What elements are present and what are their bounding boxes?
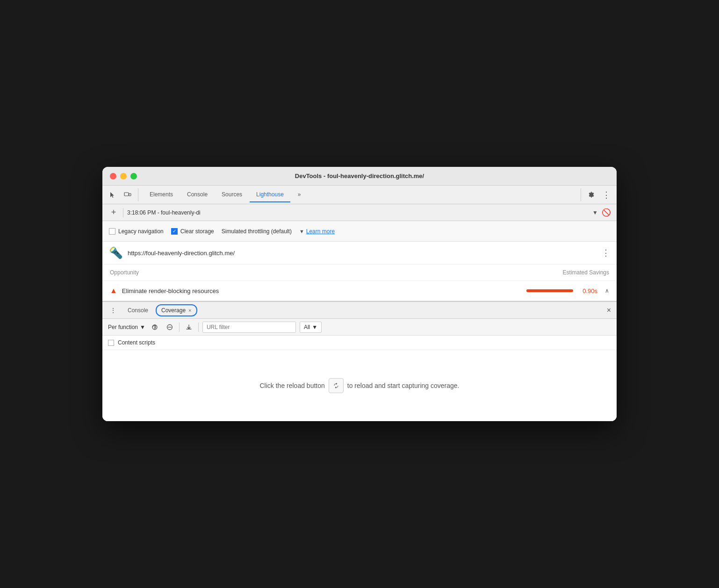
tab-elements[interactable]: Elements [143, 187, 180, 202]
report-row: 🔦 https://foul-heavenly-direction.glitch… [102, 242, 617, 265]
title-bar: DevTools - foul-heavenly-direction.glitc… [102, 167, 617, 186]
warning-icon: ▲ [110, 287, 117, 295]
maximize-button[interactable] [130, 173, 137, 179]
tab-more[interactable]: » [291, 187, 308, 202]
tab-icons [106, 188, 138, 201]
close-button[interactable] [110, 173, 116, 179]
bottom-tab-console[interactable]: Console [122, 304, 154, 316]
all-dropdown[interactable]: All ▼ [300, 322, 322, 333]
reload-text-before: Click the reload button [259, 382, 324, 389]
report-url: https://foul-heavenly-direction.glitch.m… [128, 250, 597, 257]
savings-value: 0.90s [582, 287, 597, 294]
savings-bar [526, 289, 573, 292]
throttle-label: Simulated throttling (default) [222, 228, 292, 235]
content-scripts-label: Content scripts [118, 339, 155, 346]
tab-console[interactable]: Console [180, 187, 214, 202]
toolbar-divider-2 [198, 323, 199, 332]
learn-more-link[interactable]: Learn more [306, 228, 335, 235]
bottom-panel: ⋮ Console Coverage × × Per function ▼ [102, 301, 617, 421]
tab-lighthouse[interactable]: Lighthouse [250, 187, 290, 202]
lighthouse-logo-icon: 🔦 [109, 246, 123, 259]
opportunity-header: Opportunity Estimated Savings [102, 265, 617, 281]
coverage-tab-close-icon[interactable]: × [188, 308, 191, 313]
minimize-button[interactable] [120, 173, 127, 179]
bottom-panel-close-icon[interactable]: × [605, 304, 613, 316]
legacy-navigation-label: Legacy navigation [118, 228, 164, 235]
reload-text-after: to reload and start capturing coverage. [347, 382, 460, 389]
add-button[interactable]: + [108, 207, 119, 218]
traffic-lights [110, 173, 137, 179]
more-options-icon[interactable]: ⋮ [600, 188, 613, 201]
reload-coverage-icon[interactable] [149, 322, 160, 333]
throttle-dropdown-arrow[interactable]: ▼ [299, 229, 304, 234]
per-function-arrow: ▼ [140, 324, 145, 330]
content-scripts-row: Content scripts [102, 336, 617, 350]
opportunity-item: ▲ Eliminate render-blocking resources 0.… [102, 281, 617, 301]
clear-storage-checkbox[interactable]: ✓ [171, 228, 178, 235]
cursor-icon[interactable] [106, 188, 119, 201]
all-dropdown-arrow: ▼ [312, 324, 317, 330]
address-url: 3:18:06 PM - foul-heavenly-di [127, 209, 589, 216]
estimated-savings-label: Estimated Savings [563, 269, 609, 276]
opportunity-item-title: Eliminate render-blocking resources [122, 287, 522, 294]
opportunity-section: Opportunity Estimated Savings ▲ Eliminat… [102, 265, 617, 301]
no-entry-icon[interactable]: 🚫 [602, 208, 611, 217]
reload-area: Click the reload button to reload and st… [102, 350, 617, 421]
settings-icon[interactable] [585, 188, 598, 201]
svg-rect-0 [124, 193, 129, 196]
options-bar: Legacy navigation ✓ Clear storage Simula… [102, 221, 617, 242]
clear-storage-option: ✓ Clear storage [171, 228, 214, 235]
tab-sources[interactable]: Sources [215, 187, 249, 202]
toolbar-divider-1 [179, 323, 180, 332]
url-dropdown-arrow[interactable]: ▼ [592, 209, 598, 216]
reload-button[interactable] [329, 378, 344, 393]
window-title: DevTools - foul-heavenly-direction.glitc… [295, 172, 424, 179]
bottom-tab-bar: ⋮ Console Coverage × × [102, 302, 617, 319]
download-icon[interactable] [183, 322, 194, 333]
legacy-navigation-checkbox[interactable] [109, 228, 115, 235]
chevron-up-icon[interactable]: ∧ [605, 287, 609, 294]
devtools-body: Elements Console Sources Lighthouse » [102, 186, 617, 421]
bottom-tab-coverage[interactable]: Coverage × [156, 304, 197, 316]
tab-right-icons: ⋮ [581, 188, 613, 201]
url-filter-input[interactable] [202, 322, 296, 333]
devtools-window: DevTools - foul-heavenly-direction.glitc… [102, 167, 617, 421]
address-divider [123, 208, 123, 217]
report-more-icon[interactable]: ⋮ [602, 248, 610, 258]
main-tab-bar: Elements Console Sources Lighthouse » [102, 186, 617, 204]
clear-coverage-icon[interactable] [164, 322, 175, 333]
opportunity-label: Opportunity [110, 269, 139, 276]
learn-more-wrapper: ▼ Learn more [299, 228, 335, 235]
legacy-navigation-option: Legacy navigation [109, 228, 164, 235]
bottom-more-icon[interactable]: ⋮ [106, 305, 120, 316]
address-bar: + 3:18:06 PM - foul-heavenly-di ▼ 🚫 [102, 204, 617, 221]
coverage-toolbar: Per function ▼ [102, 319, 617, 336]
per-function-dropdown[interactable]: Per function ▼ [108, 324, 145, 330]
svg-rect-1 [129, 194, 131, 196]
content-scripts-checkbox[interactable] [108, 340, 114, 346]
clear-storage-label: Clear storage [180, 228, 214, 235]
device-toggle-icon[interactable] [121, 188, 134, 201]
